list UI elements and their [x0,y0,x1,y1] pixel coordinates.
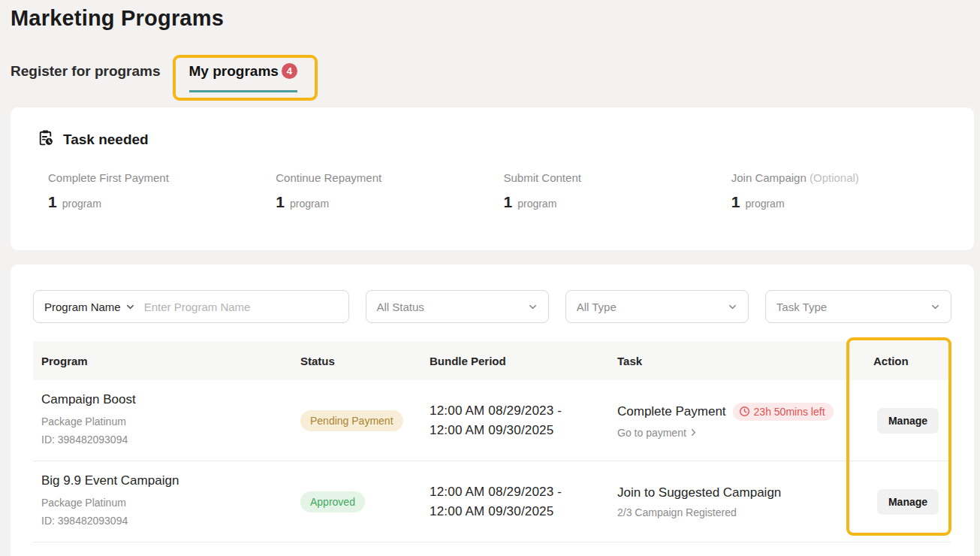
program-name: Big 9.9 Event Campaign [41,473,292,488]
tab-register-for-programs[interactable]: Register for programs [11,63,161,90]
optional-label: (Optional) [810,171,859,184]
column-header-bundle-period: Bundle Period [421,355,609,367]
chevron-right-icon [689,428,698,437]
task-needed-card: Task needed Complete First Payment 1 pro… [11,107,974,250]
status-badge: Approved [300,491,365,512]
clipboard-clock-icon [36,128,55,150]
manage-button[interactable]: Manage [877,489,939,515]
table-header-row: Program Status Bundle Period Task Action [33,341,951,380]
column-header-action: Action [857,355,951,367]
tab-label: Register for programs [11,63,161,80]
task-stats: Complete First Payment 1 program Continu… [11,150,974,211]
stat-count: 1 [731,193,740,211]
stat-submit-content: Submit Content 1 program [504,171,731,211]
type-filter-value: All Type [577,301,617,313]
bundle-period-line1: 12:00 AM 08/29/2023 - [430,401,609,421]
stat-unit: program [290,198,329,210]
programs-table: Program Status Bundle Period Task Action… [33,341,951,542]
program-name-filter[interactable]: Program Name [33,290,349,323]
program-id: ID: 398482093094 [41,512,292,530]
stat-join-campaign: Join Campaign (Optional) 1 program [731,171,959,211]
status-filter-value: All Status [377,301,424,313]
table-row: Big 9.9 Event Campaign Package Platinum … [33,461,951,542]
tab-my-programs[interactable]: My programs 4 [189,63,297,92]
task-type-filter-value: Task Type [776,301,827,313]
name-filter-selector[interactable]: Program Name [44,301,135,313]
task-title: Complete Payment [617,404,726,419]
column-header-program: Program [33,355,292,367]
status-filter-select[interactable]: All Status [366,290,549,323]
notification-badge: 4 [282,63,297,79]
task-title: Join to Suggested Campaign [617,485,781,500]
stat-count: 1 [276,193,285,211]
bundle-period-line2: 12:00 AM 09/30/2025 [430,421,609,440]
program-name: Campaign Boost [41,392,292,407]
column-header-task: Task [609,355,857,367]
stat-unit: program [745,198,784,210]
manage-button[interactable]: Manage [877,408,939,434]
stat-label: Join Campaign (Optional) [731,171,959,184]
type-filter-select[interactable]: All Type [565,290,749,323]
chevron-down-icon [728,302,737,312]
programs-card: Program Name All Status All Type Task Ty… [11,264,974,556]
bundle-period-line2: 12:00 AM 09/30/2025 [430,502,609,521]
time-left-badge: 23h 50mins left [733,403,834,421]
go-to-payment-label: Go to payment [617,427,686,439]
stat-label: Continue Repayment [276,171,503,184]
marketing-programs-page: Marketing Programs Register for programs… [0,0,980,556]
tab-bar: Register for programs My programs 4 [11,63,297,92]
stat-unit: program [62,198,101,210]
program-id: ID: 398482093094 [41,431,292,449]
name-filter-selector-label: Program Name [44,301,121,313]
go-to-payment-link[interactable]: Go to payment [617,427,857,439]
clock-icon [739,406,750,417]
stat-continue-repayment: Continue Repayment 1 program [276,171,503,211]
stat-label: Complete First Payment [48,171,276,184]
campaign-registered-progress: 2/3 Campaign Registered [617,506,857,518]
bundle-period-line1: 12:00 AM 08/29/2023 - [430,482,609,502]
stat-unit: program [517,198,556,210]
stat-count: 1 [504,193,513,211]
filter-bar: Program Name All Status All Type Task Ty… [11,264,974,323]
time-left-label: 23h 50mins left [754,406,825,418]
status-badge: Pending Payment [300,410,403,431]
chevron-down-icon [528,302,538,312]
chevron-down-icon [125,302,135,312]
stat-label: Submit Content [504,171,731,184]
stat-complete-first-payment: Complete First Payment 1 program [48,171,276,211]
task-needed-title: Task needed [63,131,149,148]
program-package: Package Platinum [41,412,292,431]
chevron-down-icon [930,302,940,312]
program-name-input[interactable] [144,301,338,313]
column-header-status: Status [292,355,421,367]
page-title: Marketing Programs [11,6,224,31]
table-row: Campaign Boost Package Platinum ID: 3984… [33,380,951,461]
stat-count: 1 [48,193,57,211]
program-package: Package Platinum [41,494,292,512]
task-type-filter-select[interactable]: Task Type [765,290,951,323]
tab-label: My programs [189,63,279,80]
